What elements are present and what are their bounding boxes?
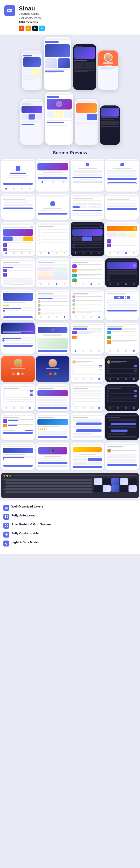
svg-rect-3 [10,11,11,11]
screen-settings-dark [105,384,139,411]
screens-grid-row3 [0,221,140,257]
feature-item-3: Pixel Perfect & Grid System [3,523,137,529]
screen-profile [71,356,104,382]
figma-maximize [9,475,11,476]
svg-rect-5 [5,507,8,508]
screen-signin [71,159,104,191]
screen-home-dark [71,222,104,256]
figma-canvas [94,478,137,494]
feature-item-2: Fully Auto Layout [3,514,137,520]
screen-edit-profile [105,442,139,470]
tech-icons-row: f Ai Ps fi [19,26,136,31]
features-section: Well Organized Layers Fully Auto Layout … [0,500,140,554]
screens-grid-row4 [0,257,140,288]
feature-icon-layers [3,505,9,511]
screen-discover-dark [105,258,139,287]
screens-grid-row6: 🎉 [0,321,140,355]
svg-rect-0 [7,9,12,12]
screens-grid-row5 [0,288,140,321]
feature-item-4: Fully Customizable [3,532,137,537]
screen-my-courses [71,322,104,354]
screen-congrats: 🎉 [36,322,69,354]
feature-text-3: Pixel Perfect & Grid System [11,523,50,526]
fi-icon: fi [39,26,45,31]
logo-box [4,5,15,16]
figma-toolbar [3,475,137,476]
screen-quiz-timer [105,289,139,320]
figma-content-area [3,478,137,494]
brand-info: Sinau Elearning OnlineCourse App UI Kit … [19,5,136,31]
screen-incoming-call [36,356,69,382]
screen-students [71,289,104,320]
hero-phones-row1 [0,34,140,90]
feature-text-2: Fully Auto Layout [11,514,37,517]
brand-description: Elearning OnlineCourse App UI Kit [19,12,136,20]
feature-icon-grid [3,523,9,529]
figma-icon: f [19,26,24,31]
svg-rect-13 [7,526,8,527]
feature-text-4: Fully Customizable [11,532,39,535]
figma-close [3,475,5,476]
feature-text-1: Well Organized Layers [11,505,43,508]
hero-phone-8 [100,105,120,145]
hero-phone-2 [44,37,71,90]
svg-rect-1 [8,10,9,11]
svg-rect-4 [5,507,8,507]
screen-course-detail1 [1,289,35,320]
screen-video-call [1,356,35,382]
screen-chat-dark [105,413,139,440]
feature-item-5: Light & Dark Mode [3,540,137,547]
hero-phone-1 [22,51,42,90]
brand-name: Sinau [19,5,136,12]
hero-phone-6 [45,92,73,145]
header: Sinau Elearning OnlineCourse App UI Kit … [0,0,140,34]
screen-reset-pw [105,194,139,220]
screen-settings [1,384,35,411]
screen-course-progress [1,442,35,470]
screen-onboard1 [36,159,69,191]
screen-video-bg [1,322,35,354]
screen-course-list [71,258,104,287]
screen-splash1 [1,159,35,191]
screen-otp [71,194,104,220]
screen-forgot-pw [1,194,35,220]
svg-rect-12 [5,526,6,527]
svg-rect-11 [7,524,8,525]
screen-review [36,413,69,440]
screen-payment [36,384,69,411]
screen-notification [36,222,69,256]
hero-phones-row2 [0,90,140,147]
screen-categories [36,258,69,287]
figma-minimize [6,475,8,476]
screen-home [1,222,35,256]
screen-bookmark [105,322,139,354]
figma-layers-panel [3,478,92,494]
svg-rect-9 [7,517,8,518]
screens-grid-row1 [0,158,140,193]
ps-icon: Ps [32,26,38,31]
screen-verify: ✓ [36,194,69,220]
feature-icon-layout [3,514,9,520]
screen-chat [71,413,104,440]
svg-rect-2 [10,10,12,10]
screens-grid-row10: 🎓 [0,441,140,471]
svg-rect-10 [5,524,6,525]
svg-point-14 [6,534,7,535]
feature-text-5: Light & Dark Mode [11,540,38,544]
screen-completion2: 🎓 [36,442,69,470]
screens-grid-row2: ✓ [0,193,140,221]
screens-grid-row8: › › › › [0,383,140,412]
screens-grid-row9 [0,412,140,441]
hero-phone-5 [20,99,44,145]
feature-icon-customize [3,532,9,537]
figma-preview [1,473,139,498]
screen-cart [1,413,35,440]
svg-rect-6 [5,508,8,508]
screen-profile-dark [105,356,139,382]
ai-icon: Ai [26,26,31,31]
hero-phone-7 [75,99,98,145]
hero-phone-4 [98,51,118,90]
screen-search [1,258,35,287]
feature-icon-darkmode [3,540,9,547]
screen-signup [105,159,139,191]
